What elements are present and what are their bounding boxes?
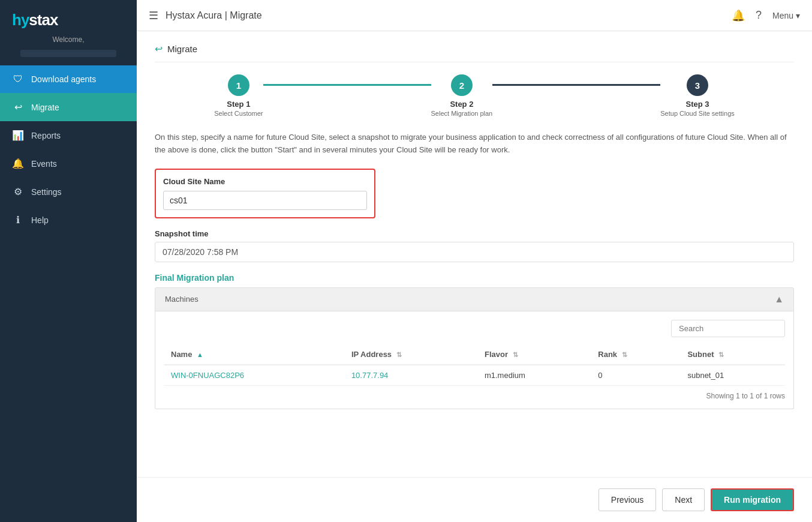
description-text: On this step, specify a name for future … (155, 131, 794, 157)
sidebar-item-download-agents[interactable]: 🛡 Download agents (0, 65, 137, 93)
sidebar-item-migrate[interactable]: ↩ Migrate (0, 93, 137, 121)
ip-sort-icon[interactable]: ⇅ (396, 351, 402, 358)
subnet-sort-icon[interactable]: ⇅ (718, 351, 724, 358)
help-topbar-icon[interactable]: ? (756, 9, 762, 22)
events-icon: 🔔 (12, 158, 24, 169)
migrate-icon: ↩ (12, 101, 24, 113)
cell-subnet: subnet_01 (680, 365, 785, 386)
col-flavor: Flavor ⇅ (477, 344, 591, 365)
stepper-line-1 (263, 84, 431, 86)
main-area: ☰ Hystax Acura | Migrate 🔔 ? Menu ▾ ↩ Mi… (137, 0, 812, 522)
col-subnet: Subnet ⇅ (680, 344, 785, 365)
page-header: ↩ Migrate (155, 43, 794, 62)
welcome-label: Welcome, (0, 35, 137, 47)
step-3-circle: 3 (687, 74, 708, 96)
topbar-title: Hystax Acura | Migrate (166, 10, 262, 21)
footer-actions: Previous Next Run migration (137, 477, 812, 522)
sidebar-item-migrate-label: Migrate (31, 103, 59, 112)
stepper: 1 Step 1 Select Customer 2 Step 2 Select… (155, 74, 794, 117)
sidebar-item-settings-label: Settings (31, 187, 62, 197)
name-sort-icon[interactable]: ▲ (197, 351, 203, 358)
col-name: Name ▲ (164, 344, 344, 365)
col-ip: IP Address ⇅ (344, 344, 477, 365)
settings-icon: ⚙ (12, 186, 24, 197)
col-rank: Rank ⇅ (591, 344, 680, 365)
table-row: WIN-0FNUAGC82P6 10.77.7.94 m1.medium 0 s… (164, 365, 785, 386)
step-3: 3 Step 3 Setup Cloud Site settings (660, 74, 735, 117)
cloud-site-name-input[interactable] (163, 191, 367, 210)
previous-button[interactable]: Previous (599, 488, 656, 511)
sidebar-item-reports[interactable]: 📊 Reports (0, 121, 137, 149)
machines-toggle-icon[interactable]: ▲ (774, 294, 784, 305)
sidebar-item-settings[interactable]: ⚙ Settings (0, 178, 137, 206)
shield-icon: 🛡 (12, 74, 24, 85)
sidebar-item-reports-label: Reports (31, 131, 61, 140)
flavor-sort-icon[interactable]: ⇅ (513, 351, 518, 358)
help-icon: ℹ (12, 214, 24, 226)
cell-name[interactable]: WIN-0FNUAGC82P6 (164, 365, 344, 386)
page-title: Migrate (167, 44, 197, 54)
logo-hy: hy (12, 11, 29, 29)
showing-rows: Showing 1 to 1 of 1 rows (164, 392, 785, 400)
notification-icon[interactable]: 🔔 (732, 9, 745, 22)
cloud-site-name-label: Cloud Site Name (163, 177, 367, 186)
hamburger-icon[interactable]: ☰ (149, 9, 158, 22)
snapshot-time-label: Snapshot time (155, 229, 794, 238)
logo-stax: stax (29, 11, 58, 29)
sidebar-item-help[interactable]: ℹ Help (0, 206, 137, 234)
cell-rank: 0 (591, 365, 680, 386)
content-area: ↩ Migrate 1 Step 1 Select Customer 2 (137, 31, 812, 477)
machines-header: Machines ▲ (155, 287, 794, 311)
next-button[interactable]: Next (662, 488, 705, 511)
reports-icon: 📊 (12, 130, 24, 141)
step-1: 1 Step 1 Select Customer (214, 74, 263, 117)
step-2-circle: 2 (451, 74, 473, 96)
table-search-row (164, 320, 785, 337)
topbar-left: ☰ Hystax Acura | Migrate (149, 9, 262, 22)
migrate-back-icon: ↩ (155, 43, 163, 55)
run-migration-button[interactable]: Run migration (711, 488, 794, 511)
sidebar-item-events[interactable]: 🔔 Events (0, 149, 137, 178)
snapshot-time-input[interactable] (155, 242, 794, 262)
step-1-circle: 1 (228, 74, 249, 96)
cloud-site-name-box: Cloud Site Name (155, 169, 375, 218)
step-3-label: Step 3 Setup Cloud Site settings (660, 100, 735, 117)
stepper-line-2 (492, 84, 660, 86)
app-logo: hystax (0, 0, 137, 35)
username-placeholder (20, 50, 116, 57)
sidebar: hystax Welcome, 🛡 Download agents ↩ Migr… (0, 0, 137, 522)
machines-body: Name ▲ IP Address ⇅ Flavor ⇅ Rank ⇅ Subn… (155, 311, 794, 409)
sidebar-item-download-agents-label: Download agents (31, 74, 96, 84)
rank-sort-icon[interactable]: ⇅ (622, 351, 627, 358)
cell-flavor: m1.medium (477, 365, 591, 386)
search-input[interactable] (671, 320, 785, 337)
step-2-label: Step 2 Select Migration plan (431, 100, 493, 117)
sidebar-item-events-label: Events (31, 159, 57, 169)
machines-title: Machines (165, 295, 199, 304)
cell-ip: 10.77.7.94 (344, 365, 477, 386)
migration-plan-label: Final Migration plan (155, 273, 794, 283)
menu-button[interactable]: Menu ▾ (772, 11, 800, 20)
topbar-right: 🔔 ? Menu ▾ (732, 9, 800, 22)
topbar: ☰ Hystax Acura | Migrate 🔔 ? Menu ▾ (137, 0, 812, 31)
step-2: 2 Step 2 Select Migration plan (431, 74, 493, 117)
step-1-label: Step 1 Select Customer (214, 100, 263, 117)
migration-plan-section: Final Migration plan Machines ▲ Name ▲ I… (155, 273, 794, 409)
machines-table: Name ▲ IP Address ⇅ Flavor ⇅ Rank ⇅ Subn… (164, 344, 785, 386)
sidebar-item-help-label: Help (31, 215, 49, 225)
snapshot-time-section: Snapshot time (155, 229, 794, 262)
table-header-row: Name ▲ IP Address ⇅ Flavor ⇅ Rank ⇅ Subn… (164, 344, 785, 365)
